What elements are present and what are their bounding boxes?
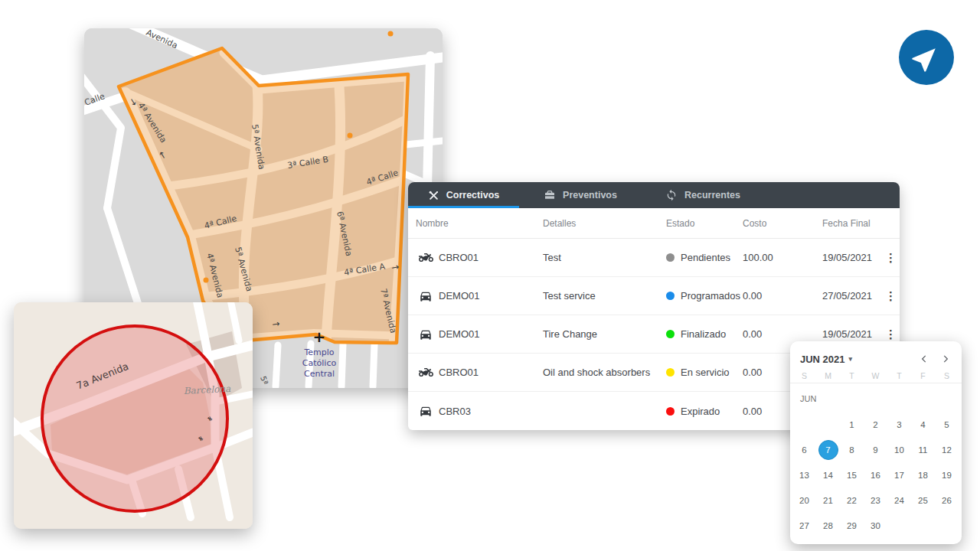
day-cell-empty — [887, 513, 911, 538]
church-label: Templo — [303, 347, 334, 357]
day-19[interactable]: 19 — [935, 462, 959, 487]
radius-map-card[interactable]: 7a Avenida Barcelona ≠ ≠ — [14, 302, 253, 529]
day-29[interactable]: 29 — [840, 513, 864, 538]
calendar-month-label: JUN — [800, 394, 962, 405]
column-header: Estado — [666, 218, 743, 229]
day-21[interactable]: 21 — [816, 487, 840, 513]
day-18[interactable]: 18 — [911, 462, 935, 487]
day-20[interactable]: 20 — [792, 487, 816, 513]
chevron-left-icon — [919, 354, 929, 364]
status-label: Expirado — [681, 406, 720, 417]
church-label: Católico — [302, 358, 337, 368]
active-tab-indicator — [408, 206, 519, 208]
weekday-label: S — [935, 371, 959, 380]
table-row[interactable]: CBRO01TestPendientes100.0019/05/2021⋮ — [408, 239, 900, 277]
day-7[interactable]: 7 — [816, 437, 840, 462]
day-5[interactable]: 5 — [935, 412, 959, 437]
prev-month-button[interactable] — [919, 354, 929, 364]
tools-icon — [428, 190, 439, 201]
day-1[interactable]: 1 — [840, 412, 864, 437]
row-menu-button[interactable]: ⋮ — [884, 291, 900, 301]
due-date: 27/05/2021 — [822, 290, 884, 302]
status-dot — [666, 368, 675, 377]
car-icon — [419, 289, 439, 303]
day-30[interactable]: 30 — [864, 513, 887, 538]
car-icon — [419, 328, 439, 341]
service-details: Tire Change — [543, 328, 666, 340]
status-dot — [666, 407, 675, 416]
tab-correctivos[interactable]: Correctivos — [408, 182, 519, 208]
day-4[interactable]: 4 — [911, 412, 935, 437]
service-details: Test service — [543, 290, 666, 302]
row-menu-button[interactable]: ⋮ — [884, 329, 900, 339]
vehicle-name: CBRO01 — [439, 252, 543, 263]
svg-text:+: + — [313, 328, 326, 346]
navigation-arrow-icon — [911, 42, 942, 73]
day-23[interactable]: 23 — [864, 487, 887, 513]
day-16[interactable]: 16 — [864, 462, 887, 487]
status-label: Finalizado — [681, 328, 726, 340]
radius-circle[interactable] — [42, 326, 227, 511]
tab-recurrentes[interactable]: Recurrentes — [642, 182, 764, 208]
cost: 100.00 — [743, 252, 822, 263]
church-label: Central — [304, 369, 335, 379]
service-details: Oil and shock absorbers — [543, 367, 666, 378]
day-11[interactable]: 11 — [911, 437, 935, 462]
calendar-month-selector[interactable]: JUN 2021 ▾ — [800, 354, 919, 365]
day-2[interactable]: 2 — [864, 412, 887, 437]
day-27[interactable]: 27 — [792, 513, 816, 538]
day-3[interactable]: 3 — [887, 412, 911, 437]
weekday-label: S — [792, 371, 816, 380]
column-header: Detalles — [543, 218, 666, 229]
toolbox-icon — [544, 189, 556, 201]
next-month-button[interactable] — [940, 354, 951, 364]
radius-map: 7a Avenida Barcelona ≠ ≠ — [14, 302, 253, 529]
day-cell-empty — [792, 412, 816, 437]
car-icon — [419, 404, 439, 418]
weekday-label: T — [840, 371, 864, 380]
day-cell-empty — [816, 412, 840, 437]
weekday-row: SMTWTFS — [790, 369, 962, 383]
day-13[interactable]: 13 — [792, 462, 816, 487]
day-14[interactable]: 14 — [816, 462, 840, 487]
tab-label: Recurrentes — [684, 190, 740, 201]
due-date: 19/05/2021 — [822, 252, 884, 263]
calendar-header: JUN 2021 ▾ — [790, 349, 962, 369]
due-date: 19/05/2021 — [822, 328, 884, 340]
row-menu-button[interactable]: ⋮ — [884, 253, 900, 262]
day-22[interactable]: 22 — [840, 487, 864, 513]
weekday-label: F — [911, 371, 935, 380]
table-row[interactable]: DEMO01Test serviceProgramados0.0027/05/2… — [408, 277, 900, 315]
poi-marker — [348, 133, 353, 139]
weekday-label: W — [864, 371, 887, 380]
column-header: Costo — [743, 218, 822, 229]
tab-bar: CorrectivosPreventivosRecurrentes — [408, 182, 900, 208]
brand-logo — [899, 30, 954, 85]
status-dot — [666, 292, 675, 300]
day-9[interactable]: 9 — [864, 437, 887, 462]
status-dot — [666, 330, 675, 338]
day-10[interactable]: 10 — [887, 437, 911, 462]
vehicle-name: CBR03 — [439, 406, 543, 417]
tab-preventivos[interactable]: Preventivos — [519, 182, 642, 208]
day-8[interactable]: 8 — [840, 437, 864, 462]
vehicle-name: DEMO01 — [439, 328, 543, 340]
day-24[interactable]: 24 — [887, 487, 911, 513]
day-15[interactable]: 15 — [840, 462, 864, 487]
motorcycle-icon — [419, 250, 439, 265]
column-header: Fecha Final — [822, 218, 900, 229]
day-28[interactable]: 28 — [816, 513, 840, 538]
day-25[interactable]: 25 — [911, 487, 935, 513]
day-26[interactable]: 26 — [935, 487, 959, 513]
day-cell-empty — [935, 513, 959, 538]
vehicle-name: DEMO01 — [439, 290, 543, 302]
day-cell-empty — [911, 513, 935, 538]
status-label: Programados — [681, 290, 740, 302]
day-17[interactable]: 17 — [887, 462, 911, 487]
caret-down-icon: ▾ — [849, 355, 853, 363]
day-6[interactable]: 6 — [792, 437, 816, 462]
status-cell: En servicio — [666, 367, 743, 378]
chevron-right-icon — [940, 354, 951, 364]
day-12[interactable]: 12 — [935, 437, 959, 462]
one-way-arrow-icon: → — [271, 318, 280, 330]
